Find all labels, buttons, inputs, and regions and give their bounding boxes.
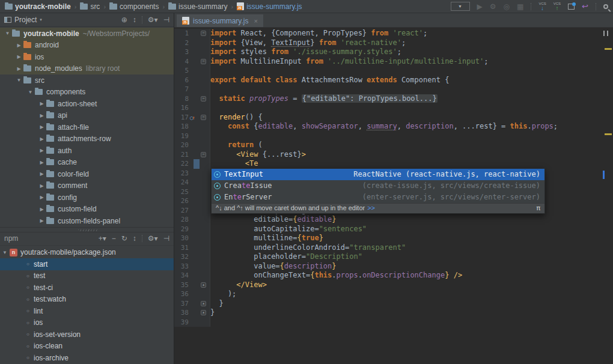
undo-icon[interactable]: ↩ (582, 3, 588, 10)
completion-item[interactable]: EnterServer(enter-server.js, src/views/e… (212, 192, 544, 203)
tree-item-custom-fields-panel[interactable]: ▶custom-fields-panel (0, 215, 174, 227)
tree-item-attach-file[interactable]: ▶attach-file (0, 121, 174, 133)
tree-item-youtrack-mobile[interactable]: ▼youtrack-mobile~/WebstormProjects/ (0, 28, 174, 40)
npm-script-ios-archive[interactable]: ○ios-archive (0, 352, 174, 364)
npm-script-ios[interactable]: ○ios (0, 317, 174, 329)
hide-panel-icon[interactable]: ⊣ (163, 16, 169, 24)
chevron-closed-icon[interactable]: ▶ (14, 66, 23, 71)
close-icon[interactable]: × (254, 17, 257, 25)
tree-item-custom-field[interactable]: ▶custom-field (0, 204, 174, 216)
npm-script-start[interactable]: ○start (0, 258, 174, 270)
chevron-open-icon[interactable]: ▼ (26, 89, 35, 95)
settings-icon[interactable]: ⚙▾ (148, 16, 158, 24)
tab-issue-summary-js[interactable]: JS issue-summary.js × (177, 14, 263, 27)
fold-end-icon[interactable]: ▴ (201, 282, 206, 288)
breadcrumb-item-youtrack-mobile[interactable]: youtrack-mobile (5, 2, 71, 11)
npm-script-ios-clean[interactable]: ○ios-clean (0, 341, 174, 353)
code-line[interactable]: <View {...rest}> (210, 150, 306, 160)
code-line[interactable]: import React, {Component, PropTypes} fro… (210, 29, 427, 38)
completion-item[interactable]: CreateIssue(create-issue.js, src/views/c… (212, 180, 544, 192)
fold-collapse-icon[interactable]: − (201, 31, 206, 36)
warning-stripe-mark[interactable] (605, 48, 612, 50)
code-line[interactable]: return ( (210, 141, 263, 150)
sort-toggle-icon[interactable]: π (536, 204, 540, 213)
npm-script-ios-set-version[interactable]: ○ios-set-version (0, 329, 174, 341)
tree-item-attachments-row[interactable]: ▶attachments-row (0, 133, 174, 145)
remove-icon[interactable]: − (112, 234, 116, 243)
chevron-open-icon[interactable]: ▼ (3, 31, 12, 36)
fold-end-icon[interactable]: ▴ (201, 310, 206, 315)
collapse-all-icon[interactable]: ↕ (133, 234, 136, 243)
run-icon[interactable]: ▶ (477, 3, 483, 10)
chevron-open-icon[interactable]: ▼ (14, 77, 23, 83)
completion-item[interactable]: TextInputReactNative (react-native.js, r… (212, 169, 544, 180)
search-icon[interactable] (603, 4, 608, 9)
chevron-closed-icon[interactable]: ▶ (37, 207, 46, 212)
tree-item-auth[interactable]: ▶auth (0, 145, 174, 157)
chevron-closed-icon[interactable]: ▶ (14, 43, 23, 48)
tree-item-comment[interactable]: ▶comment (0, 180, 174, 192)
code-line[interactable]: import MultilineInput from '../multiline… (210, 57, 488, 67)
code-line[interactable]: underlineColorAndroid="transparent" (210, 243, 406, 253)
panel-splitter[interactable] (0, 227, 174, 232)
overrides-method-icon[interactable]: ○↑ (190, 114, 195, 123)
warning-stripe-mark[interactable] (605, 133, 612, 135)
code-line[interactable]: static propTypes = {"editable": PropType… (210, 94, 438, 104)
code-line[interactable]: export default class AttachmentsRow exte… (210, 76, 449, 85)
breadcrumb-item-components[interactable]: components (109, 2, 159, 11)
code-line[interactable]: const {editable, showSeparator, summary,… (210, 122, 558, 132)
tree-item-color-field[interactable]: ▶color-field (0, 168, 174, 180)
code-line[interactable]: </View> (210, 281, 267, 290)
tree-item-api[interactable]: ▶api (0, 110, 174, 122)
profiler-icon[interactable]: ▦ (517, 3, 523, 10)
settings-icon[interactable]: ⚙▾ (148, 234, 158, 243)
code-editor[interactable]: 1−import React, {Component, PropTypes} f… (174, 28, 613, 364)
tree-item-action-sheet[interactable]: ▶action-sheet (0, 98, 174, 110)
code-line[interactable]: autoCapitalize="sentences" (210, 225, 367, 234)
locate-icon[interactable]: ⊕ (121, 16, 127, 24)
chevron-closed-icon[interactable]: ▶ (37, 195, 46, 200)
fold-collapse-icon[interactable]: − (201, 59, 206, 64)
code-line[interactable]: } (210, 299, 224, 309)
chevron-closed-icon[interactable]: ▶ (37, 113, 46, 118)
fold-collapse-icon[interactable]: − (201, 96, 206, 102)
npm-script-test[interactable]: ○test (0, 270, 174, 282)
code-line[interactable]: editable={editable} (210, 215, 337, 225)
collapse-all-icon[interactable]: ↕ (133, 16, 136, 24)
debug-icon[interactable]: ⚙ (490, 3, 496, 10)
chevron-closed-icon[interactable]: ▶ (37, 136, 46, 142)
recent-changes-icon[interactable] (568, 4, 575, 10)
tree-item-android[interactable]: ▶android (0, 40, 174, 52)
code-line[interactable]: render() { (210, 113, 263, 123)
reload-icon[interactable]: ↻ (121, 234, 127, 243)
chevron-closed-icon[interactable]: ▶ (37, 101, 46, 106)
fold-collapse-icon[interactable]: − (201, 152, 206, 157)
fold-end-icon[interactable]: ▴ (201, 301, 206, 306)
tree-item-ios[interactable]: ▶ios (0, 51, 174, 63)
code-line[interactable]: onChangeText={this.props.onDescriptionCh… (210, 271, 462, 281)
chevron-closed-icon[interactable]: ▶ (37, 218, 46, 223)
tree-item-src[interactable]: ▼src (0, 74, 174, 86)
hide-panel-icon[interactable]: ⊣ (163, 234, 169, 243)
code-line[interactable]: <Te (210, 159, 258, 169)
fold-collapse-icon[interactable]: − (201, 115, 206, 120)
tree-item-cache[interactable]: ▶cache (0, 157, 174, 169)
npm-script-lint[interactable]: ○lint (0, 305, 174, 317)
chevron-closed-icon[interactable]: ▶ (14, 54, 23, 59)
tree-item-config[interactable]: ▶config (0, 192, 174, 204)
npm-script-test-ci[interactable]: ○test-ci (0, 282, 174, 294)
chevron-down-icon[interactable]: ▾ (40, 17, 42, 22)
chevron-open-icon[interactable]: ▼ (0, 250, 10, 255)
coverage-icon[interactable]: ◎ (504, 3, 510, 10)
breadcrumb-item-issue-summary[interactable]: issue-summary (168, 2, 227, 11)
hint-link[interactable]: >> (367, 204, 375, 213)
breadcrumb-item-issue-summary.js[interactable]: JSissue-summary.js (237, 2, 302, 11)
tree-item-components[interactable]: ▼components (0, 86, 174, 99)
code-line[interactable]: ); (210, 290, 236, 299)
caret-position-mark[interactable] (603, 171, 605, 179)
chevron-closed-icon[interactable]: ▶ (37, 124, 46, 130)
npm-script-test:watch[interactable]: ○test:watch (0, 294, 174, 306)
vcs-update-icon[interactable]: VCS↓ (538, 2, 546, 11)
tree-item-node_modules[interactable]: ▶node_moduleslibrary root (0, 63, 174, 75)
chevron-closed-icon[interactable]: ▶ (37, 148, 46, 153)
